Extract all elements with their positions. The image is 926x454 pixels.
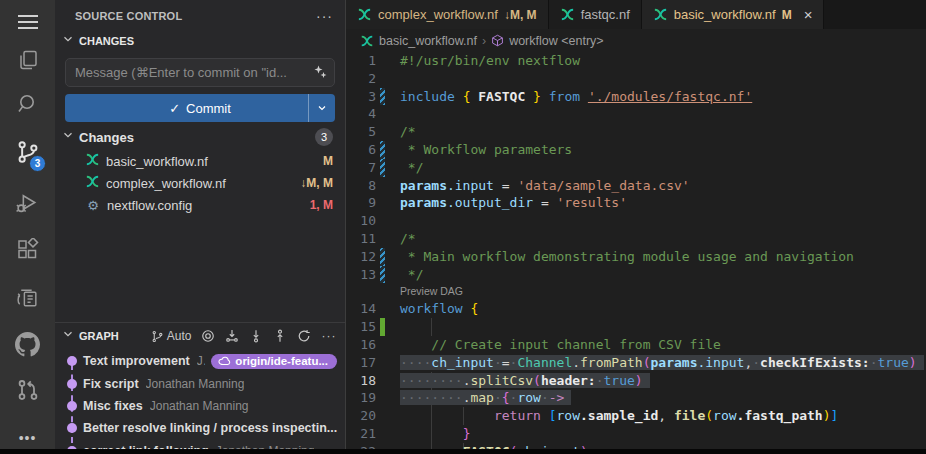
line-number: 10 <box>346 212 376 230</box>
menu-icon[interactable] <box>0 4 55 40</box>
code-line-8[interactable]: 8params.input = 'data/sample_data.csv' <box>346 177 926 195</box>
changes-count-badge: 3 <box>315 128 333 146</box>
code-line-13[interactable]: 13 */ <box>346 266 926 284</box>
codelens-preview-dag[interactable]: Preview DAG <box>346 283 926 300</box>
commit-dot-icon <box>67 401 77 411</box>
code-line-5[interactable]: 5/* <box>346 123 926 141</box>
tab-basic_workflow-nf[interactable]: basic_workflow.nfM× <box>642 0 825 29</box>
references-icon[interactable] <box>0 280 55 316</box>
gutter-add-marker <box>376 318 388 336</box>
commit-button-label: Commit <box>186 101 231 116</box>
commit-row[interactable]: Fix scriptJonathan Manning <box>55 372 345 394</box>
refresh-icon[interactable] <box>297 329 311 343</box>
branch-ref-pill[interactable]: origin/ide-featu... <box>211 354 337 369</box>
line-number: 18 <box>346 372 376 390</box>
code-line-1[interactable]: 1#!/usr/bin/env nextflow <box>346 52 926 70</box>
source-control-icon[interactable]: 3 <box>0 134 55 170</box>
code-line-7[interactable]: 7 */ <box>346 159 926 177</box>
code-line-17[interactable]: 17····ch_input·=·Channel.fromPath(params… <box>346 354 926 372</box>
github-icon[interactable] <box>0 326 55 362</box>
code-text: workflow { <box>388 300 926 318</box>
editor-group: complex_workflow.nf↓M, Mfastqc.nfbasic_w… <box>346 0 926 454</box>
code-text: ····ch_input·=·Channel.fromPath(params.i… <box>388 354 926 372</box>
code-line-11[interactable]: 11/* <box>346 230 926 248</box>
close-icon[interactable]: × <box>804 10 813 20</box>
graph-section: GRAPH Auto ··· Text improvementJo...orig… <box>55 322 345 454</box>
code-line-2[interactable]: 2 <box>346 70 926 88</box>
module-path-link[interactable]: './modules/fastqc.nf' <box>588 89 752 104</box>
line-number: 11 <box>346 230 376 248</box>
gutter <box>376 389 388 407</box>
chevron-down-icon <box>61 32 75 50</box>
code-text: #!/usr/bin/env nextflow <box>388 52 926 70</box>
code-line-12[interactable]: 12 * Main workflow demonstrating module … <box>346 248 926 266</box>
fetch-icon[interactable] <box>225 329 239 343</box>
breadcrumb-file[interactable]: basic_workflow.nf <box>360 34 477 48</box>
nextflow-icon <box>360 34 374 48</box>
graph-more-icon[interactable]: ··· <box>321 332 336 340</box>
changes-section-header[interactable]: CHANGES <box>55 28 345 54</box>
line-number: 19 <box>346 389 376 407</box>
tab-fastqc-nf[interactable]: fastqc.nf <box>549 0 642 29</box>
code-line-19[interactable]: 19········.map·{·row·-> <box>346 389 926 407</box>
chevron-down-icon <box>61 327 75 345</box>
code-line-6[interactable]: 6 * Workflow parameters <box>346 141 926 159</box>
code-text <box>388 105 926 123</box>
commit-row[interactable]: Misc fixesJonathan Manning <box>55 395 345 417</box>
auto-branch-toggle[interactable]: Auto <box>151 329 192 343</box>
code-line-10[interactable]: 10 <box>346 212 926 230</box>
code-text: * Main workflow demonstrating module usa… <box>388 248 926 266</box>
line-number: 2 <box>346 70 376 88</box>
commit-row[interactable]: Better resolve linking / process inspect… <box>55 417 345 439</box>
tab-git-badge: M <box>782 8 792 22</box>
line-number: 12 <box>346 248 376 266</box>
changed-file-row[interactable]: complex_workflow.nf↓M, M <box>55 172 345 194</box>
changed-file-row[interactable]: basic_workflow.nfM <box>55 150 345 172</box>
code-line-20[interactable]: 20 return [row.sample_id, file(row.fastq… <box>346 407 926 425</box>
changed-file-row[interactable]: ⚙nextflow.config1, M <box>55 194 345 216</box>
code-line-16[interactable]: 16 // Create input channel from CSV file <box>346 336 926 354</box>
line-number: 9 <box>346 194 376 212</box>
commit-message: Text improvement <box>83 354 190 368</box>
code-line-21[interactable]: 21 } <box>346 425 926 443</box>
code-line-15[interactable]: 15 <box>346 318 926 336</box>
commit-button[interactable]: ✓ Commit <box>65 94 335 122</box>
breadcrumb-symbol[interactable]: workflow <entry> <box>491 34 603 48</box>
git-status-decoration: 1, M <box>310 198 333 212</box>
code-line-18[interactable]: 18········.splitCsv(header:·true) <box>346 372 926 390</box>
changes-files: basic_workflow.nfMcomplex_workflow.nf↓M,… <box>55 150 345 216</box>
explorer-icon[interactable] <box>0 42 55 78</box>
scm-more-icon[interactable]: ··· <box>316 12 333 20</box>
pull-request-icon[interactable] <box>0 372 55 408</box>
run-debug-icon[interactable] <box>0 184 55 220</box>
code-text: /* <box>388 230 926 248</box>
sparkle-ai-icon[interactable] <box>312 64 328 84</box>
code-editor[interactable]: 1#!/usr/bin/env nextflow23include { FAST… <box>346 52 926 454</box>
graph-section-label: GRAPH <box>79 330 119 342</box>
tab-git-badge: ↓M, M <box>504 8 537 22</box>
line-number: 20 <box>346 407 376 425</box>
gutter <box>376 177 388 195</box>
tab-complex_workflow-nf[interactable]: complex_workflow.nf↓M, M <box>346 0 549 29</box>
code-line-4[interactable]: 4 <box>346 105 926 123</box>
code-text: */ <box>388 159 926 177</box>
commit-author: Jonathan Manning <box>146 377 245 391</box>
pull-icon[interactable] <box>249 329 263 343</box>
commit-row[interactable]: Text improvementJo...origin/ide-featu... <box>55 350 345 372</box>
commit-message-input[interactable] <box>65 58 335 87</box>
extensions-icon[interactable] <box>0 232 55 268</box>
commit-dropdown-button[interactable] <box>308 94 335 122</box>
gutter <box>376 336 388 354</box>
file-name: complex_workflow.nf <box>106 176 294 191</box>
line-number: 3 <box>346 88 376 106</box>
search-icon[interactable] <box>0 86 55 122</box>
code-line-3[interactable]: 3include { FASTQC } from './modules/fast… <box>346 88 926 106</box>
commit-dot-icon <box>67 379 77 389</box>
code-line-9[interactable]: 9params.output_dir = 'results' <box>346 194 926 212</box>
line-number: 8 <box>346 177 376 195</box>
code-line-14[interactable]: 14workflow { <box>346 300 926 318</box>
changes-list-header[interactable]: Changes 3 <box>55 122 345 150</box>
push-icon[interactable] <box>273 329 287 343</box>
target-icon[interactable] <box>201 329 215 343</box>
code-text: params.output_dir = 'results' <box>388 194 926 212</box>
